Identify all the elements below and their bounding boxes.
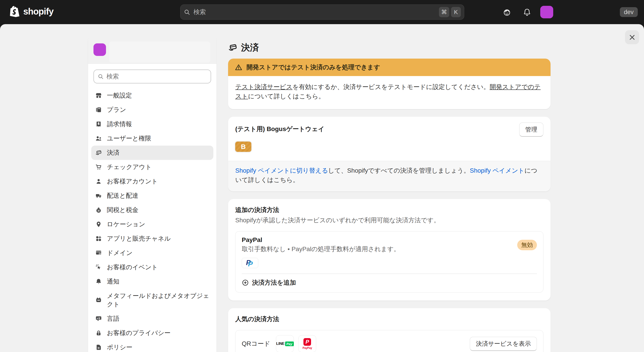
user-avatar[interactable] xyxy=(540,6,553,18)
sidebar-item-locations[interactable]: ロケーション xyxy=(91,217,213,232)
sidebar-item-label: 一般設定 xyxy=(107,91,132,100)
sidebar-item-label: 言語 xyxy=(107,314,120,323)
sidebar-item-apps[interactable]: アプリと販売チャネル xyxy=(91,232,213,246)
sidebar-item-label: 通知 xyxy=(107,277,120,286)
shopify-wordmark: shopify xyxy=(23,6,54,16)
additional-methods-title: 追加の決済方法 xyxy=(235,206,544,214)
add-payment-method-label: 決済方法を追加 xyxy=(252,278,296,287)
sidebar-item-label: 決済 xyxy=(107,148,120,157)
paypal-description: 取引手数料なし • PayPalの処理手数料が適用されます。 xyxy=(242,245,400,254)
paypal-method-box: PayPal 取引手数料なし • PayPalの処理手数料が適用されます。 無効… xyxy=(235,231,544,292)
footer-text: して、Shopifyですべての決済を管理しましょう。 xyxy=(328,167,470,174)
payments-icon xyxy=(95,150,102,156)
svg-text:A文: A文 xyxy=(96,317,100,320)
cart-icon xyxy=(95,164,102,170)
sidebar-item-label: 関税と税金 xyxy=(107,206,138,214)
env-badge: dev xyxy=(620,7,638,17)
qr-code-label: QRコード xyxy=(242,340,270,348)
store-name-skeleton xyxy=(109,42,210,62)
close-icon xyxy=(629,34,636,41)
settings-search[interactable] xyxy=(94,70,211,84)
location-pin-icon xyxy=(95,221,102,228)
search-icon xyxy=(184,9,190,16)
search-icon xyxy=(98,73,104,80)
sidebar-item-checkout[interactable]: チェックアウト xyxy=(91,160,213,174)
banner-header: 開発ストアではテスト決済のみを処理できます xyxy=(228,58,550,76)
settings-sidebar: 一般設定 プラン 請求情報 xyxy=(88,35,216,352)
line-pay-logo: LINE Pay xyxy=(276,335,294,352)
show-payment-providers-button[interactable]: 決済サービスを表示 xyxy=(470,337,537,351)
money-bag-icon xyxy=(95,207,102,213)
sidebar-item-payments[interactable]: 決済 xyxy=(91,146,213,160)
settings-search-input[interactable] xyxy=(106,73,207,80)
sidebar-item-label: お客様のプライバシー xyxy=(107,329,170,337)
sidebar-item-customer-events[interactable]: お客様のイベント xyxy=(91,260,213,274)
additional-methods-subtitle: Shopifyが承認した決済サービスのいずれかで利用可能な決済方法です。 xyxy=(235,216,544,224)
shopify-bag-icon xyxy=(10,5,20,18)
sidebar-item-privacy[interactable]: お客様のプライバシー xyxy=(91,326,213,340)
apps-grid-icon xyxy=(95,235,102,242)
shopify-logo[interactable]: shopify xyxy=(10,5,54,18)
users-icon xyxy=(95,135,102,142)
global-search-placeholder: 検索 xyxy=(194,8,436,16)
page-title: 決済 xyxy=(228,41,550,54)
sidebar-item-label: ドメイン xyxy=(107,249,132,257)
sidebar-item-label: 請求情報 xyxy=(107,120,132,128)
sidebar-item-label: メタフィールドおよびメタオブジェクト xyxy=(107,292,209,308)
test-payment-service-link[interactable]: テスト決済サービス xyxy=(235,84,292,90)
store-icon xyxy=(95,92,102,99)
popular-methods-title: 人気の決済方法 xyxy=(235,315,544,323)
paypal-logo: P P xyxy=(242,258,258,268)
sidebar-item-users[interactable]: ユーザーと権限 xyxy=(91,131,213,146)
k-keycap: K xyxy=(451,7,461,17)
banner-text: について詳しくはこちら。 xyxy=(248,93,325,100)
sidebar-item-domains[interactable]: ドメイン xyxy=(91,246,213,260)
sidebar-item-metafields[interactable]: メタフィールドおよびメタオブジェクト xyxy=(91,289,213,312)
sidebar-item-label: 配送と配達 xyxy=(107,192,138,200)
plus-circle-icon xyxy=(242,279,249,286)
sidebar-item-general[interactable]: 一般設定 xyxy=(91,88,213,103)
popular-methods-card: 人気の決済方法 QRコード LINE Pay P PayPay 決済サービスを表… xyxy=(228,308,550,352)
sidekick-assistant-icon[interactable] xyxy=(503,8,511,16)
sidebar-item-languages[interactable]: A文 言語 xyxy=(91,312,213,326)
payments-icon xyxy=(228,43,238,52)
paypal-name: PayPal xyxy=(242,236,400,244)
browser-window-icon xyxy=(95,250,102,256)
sidebar-item-label: チェックアウト xyxy=(107,163,152,171)
document-icon xyxy=(95,344,102,351)
add-payment-method-button[interactable]: 決済方法を追加 xyxy=(242,278,537,287)
sidebar-item-policies[interactable]: ポリシー xyxy=(91,340,213,352)
sidebar-item-plan[interactable]: プラン xyxy=(91,103,213,117)
bogus-gateway-logo: B xyxy=(235,142,251,152)
sidebar-item-label: お客様アカウント xyxy=(107,177,158,186)
sidebar-item-label: ロケーション xyxy=(107,220,145,228)
sidebar-item-customer-accounts[interactable]: お客様アカウント xyxy=(91,174,213,188)
close-button[interactable] xyxy=(625,30,639,44)
plan-icon xyxy=(95,106,102,113)
bogus-gateway-title: (テスト用) Bogusゲートウェイ xyxy=(235,122,324,133)
cursor-click-icon xyxy=(95,264,102,270)
sidebar-item-label: プラン xyxy=(107,106,126,114)
status-badge: 無効 xyxy=(517,240,537,250)
sidebar-item-taxes[interactable]: 関税と税金 xyxy=(91,203,213,217)
global-search[interactable]: 検索 ⌘ K xyxy=(180,4,464,20)
shopify-payments-link[interactable]: Shopify ペイメント xyxy=(470,167,524,174)
bogus-gateway-top: (テスト用) Bogusゲートウェイ 管理 B xyxy=(228,117,550,161)
notifications-bell-icon[interactable] xyxy=(523,8,531,16)
page-title-text: 決済 xyxy=(241,41,259,54)
settings-modal: 一般設定 プラン 請求情報 xyxy=(0,24,644,352)
sidebar-item-notifications[interactable]: 通知 xyxy=(91,274,213,289)
manage-button[interactable]: 管理 xyxy=(519,122,544,137)
payments-settings-page: 決済 開発ストアではテスト決済のみを処理できます テスト決済サービスを有効にする… xyxy=(228,41,550,352)
cmd-keycap: ⌘ xyxy=(439,7,449,17)
sidebar-item-label: ユーザーと権限 xyxy=(107,134,151,143)
banner-body: テスト決済サービスを有効にするか、決済サービスをテストモードに設定してください。… xyxy=(228,76,550,109)
search-shortcut: ⌘ K xyxy=(439,7,461,17)
settings-nav: 一般設定 プラン 請求情報 xyxy=(88,88,216,352)
translate-icon: A文 xyxy=(95,315,102,322)
sidebar-item-label: お客様のイベント xyxy=(107,263,158,272)
sidebar-item-billing[interactable]: 請求情報 xyxy=(91,117,213,131)
top-bar: shopify 検索 ⌘ K dev xyxy=(0,0,644,24)
switch-to-shopify-payments-link[interactable]: Shopify ペイメントに切り替える xyxy=(235,167,328,174)
sidebar-item-shipping[interactable]: 配送と配達 xyxy=(91,188,213,203)
